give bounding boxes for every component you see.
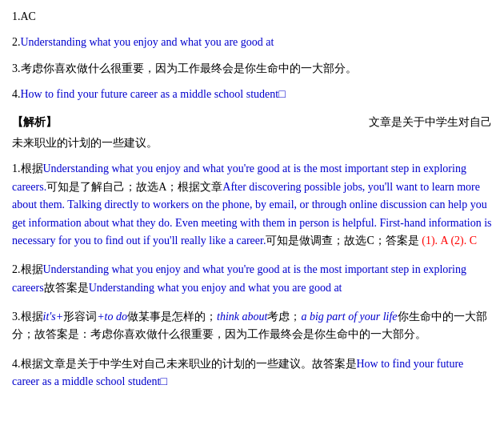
exp4-number: 4. [12, 358, 21, 370]
exp3-italic4: a big part of your life [301, 311, 397, 323]
answer-4-number: 4. [12, 88, 21, 100]
analysis-label: 【解析】 [12, 114, 57, 131]
answer-3-number: 3. [12, 62, 21, 74]
exp3-italic3: think about [217, 311, 267, 323]
answer-1: 1.AC [12, 8, 492, 26]
answer-1-number: 1. [12, 10, 21, 22]
answer-2-content: Understanding what you enjoy and what yo… [21, 36, 274, 48]
answer-3-content: 考虑你喜欢做什么很重要，因为工作最终会是你生命中的一大部分。 [21, 62, 357, 74]
answer-2: 2.Understanding what you enjoy and what … [12, 34, 492, 51]
exp2-number: 2. [12, 263, 21, 275]
intro-text: 未来职业的计划的一些建议。 [12, 134, 492, 152]
exp3-italic1: it's+ [43, 311, 64, 323]
exp1-before: 根据 [21, 162, 43, 174]
exp1-mid1: 可知是了解自己；故选A；根据文章 [46, 181, 222, 193]
answer-1-content: AC [21, 10, 36, 22]
exp2-mid1: 故答案是 [44, 282, 89, 294]
exp1-mid2: 可知是做调查；故选C；答案是 [266, 235, 418, 247]
answer-4: 4.How to find your future career as a mi… [12, 86, 492, 103]
exp3-italic2: +to do [97, 311, 127, 323]
exp2-blue2: Understanding what you enjoy and what yo… [89, 282, 342, 294]
exp1-answer: (1). A (2). C [419, 235, 477, 247]
exp3-text2: 做某事是怎样的； [127, 311, 217, 323]
answer-3: 3.考虑你喜欢做什么很重要，因为工作最终会是你生命中的一大部分。 [12, 60, 492, 78]
explanation-3: 3.根据it's+形容词+to do做某事是怎样的；think about考虑；… [12, 308, 492, 344]
exp1-number: 1. [12, 162, 21, 174]
answer-2-number: 2. [12, 36, 21, 48]
exp3-text1: 形容词 [63, 311, 97, 323]
explanation-4: 4.根据文章是关于中学生对自己未来职业的计划的一些建议。故答案是How to f… [12, 355, 492, 391]
answer-4-content: How to find your future career as a midd… [21, 88, 286, 100]
exp4-before: 根据文章是关于中学生对自己未来职业的计划的一些建议。故答案是 [21, 358, 357, 370]
exp3-before: 根据 [21, 311, 43, 323]
exp3-text3: 考虑； [267, 311, 301, 323]
analysis-header: 【解析】 文章是关于中学生对自己 [12, 114, 492, 131]
explanation-2: 2.根据Understanding what you enjoy and wha… [12, 261, 492, 297]
analysis-right: 文章是关于中学生对自己 [369, 114, 492, 131]
exp2-before: 根据 [21, 263, 43, 275]
exp3-number: 3. [12, 311, 21, 323]
explanation-1: 1.根据Understanding what you enjoy and wha… [12, 160, 492, 250]
